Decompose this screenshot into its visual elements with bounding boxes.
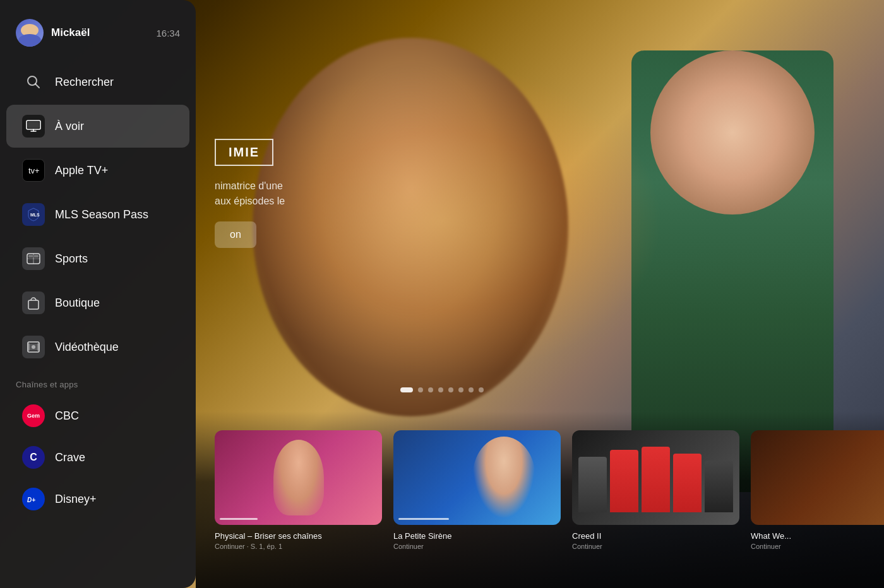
mls-icon: MLS xyxy=(22,203,45,226)
card-subtitle-creed: Continuer xyxy=(572,543,739,550)
user-header: Mickaël 16:34 xyxy=(0,13,196,59)
page-dot-4[interactable] xyxy=(438,387,443,392)
nav-label-library: Vidéothèque xyxy=(55,341,119,354)
nav-label-appletv: Apple TV+ xyxy=(55,164,108,177)
content-card-physical[interactable]: Physical – Briser ses chaînes Continuer … xyxy=(215,430,382,550)
cbc-logo: Gem xyxy=(22,404,45,427)
channel-item-disney[interactable]: D+ Disney+ xyxy=(6,479,189,519)
nav-label-watch: À voir xyxy=(55,120,84,133)
hero-badge: IMIE xyxy=(215,139,273,166)
content-card-creed[interactable]: Creed II Continuer xyxy=(572,430,739,550)
page-dot-5[interactable] xyxy=(448,387,453,392)
content-cards-row: Physical – Briser ses chaînes Continuer … xyxy=(215,430,865,550)
hero-text-overlay: IMIE nimatrice d'une aux épisodes le on xyxy=(215,139,285,248)
nav-item-sports[interactable]: Sports xyxy=(6,237,189,280)
creed-figure-2 xyxy=(610,450,638,512)
page-dot-8[interactable] xyxy=(479,387,484,392)
card-title-what-we: What We... xyxy=(751,531,884,541)
svg-line-1 xyxy=(35,84,39,88)
card-subtitle-physical: Continuer · S. 1, ép. 1 xyxy=(215,543,382,550)
sidebar: Mickaël 16:34 Rechercher À voir tv+ xyxy=(0,0,196,588)
page-dot-1[interactable] xyxy=(400,387,413,392)
card-title-physical: Physical – Briser ses chaînes xyxy=(215,531,382,541)
svg-rect-17 xyxy=(37,343,39,351)
crave-logo: C xyxy=(22,446,45,469)
user-time: 16:34 xyxy=(156,28,180,38)
disney-logo: D+ xyxy=(22,488,45,510)
creed-figure-4 xyxy=(673,454,702,513)
nav-item-mls[interactable]: MLS MLS Season Pass xyxy=(6,193,189,236)
svg-text:D+: D+ xyxy=(27,497,35,503)
store-icon xyxy=(22,291,45,314)
card-thumbnail-petite-sirene xyxy=(393,430,561,525)
hero-glow xyxy=(221,63,663,379)
content-card-what-we[interactable]: What We... Continuer xyxy=(751,430,884,550)
page-dot-7[interactable] xyxy=(469,387,474,392)
card-title-petite-sirene: La Petite Sirène xyxy=(393,531,561,541)
card-title-creed: Creed II xyxy=(572,531,739,541)
nav-item-appletv[interactable]: tv+ Apple TV+ xyxy=(6,149,189,192)
svg-rect-16 xyxy=(28,343,30,351)
svg-point-18 xyxy=(32,345,35,349)
channel-name-cbc: CBC xyxy=(55,409,79,423)
card-thumbnail-physical xyxy=(215,430,382,525)
channel-name-disney: Disney+ xyxy=(55,493,97,506)
nav-label-search: Rechercher xyxy=(55,76,114,89)
svg-rect-9 xyxy=(28,255,33,257)
hero-description: nimatrice d'une aux épisodes le xyxy=(215,179,285,209)
svg-rect-10 xyxy=(34,255,39,257)
channel-name-crave: Crave xyxy=(55,451,85,464)
nav-item-search[interactable]: Rechercher xyxy=(6,61,189,103)
page-indicators xyxy=(400,387,484,392)
svg-rect-13 xyxy=(28,300,39,309)
channel-item-cbc[interactable]: Gem CBC xyxy=(6,396,189,436)
nav-label-store: Boutique xyxy=(55,297,100,310)
physical-person-figure xyxy=(273,440,324,515)
card-thumbnail-creed xyxy=(572,430,739,525)
card-thumbnail-what-we xyxy=(751,430,884,525)
user-name: Mickaël xyxy=(51,26,90,39)
page-dot-6[interactable] xyxy=(458,387,463,392)
channels-section-label: Chaînes et apps xyxy=(0,370,196,394)
mermaid-figure xyxy=(472,437,535,519)
page-dot-2[interactable] xyxy=(418,387,423,392)
creed-figure-5 xyxy=(705,461,733,513)
card-subtitle-petite-sirene: Continuer xyxy=(393,543,561,550)
avatar-body xyxy=(18,34,41,47)
watch-icon xyxy=(22,115,45,138)
library-icon xyxy=(22,336,45,358)
nav-item-watch[interactable]: À voir xyxy=(6,105,189,148)
nav-item-library[interactable]: Vidéothèque xyxy=(6,326,189,368)
card-subtitle-what-we: Continuer xyxy=(751,543,884,550)
svg-rect-3 xyxy=(28,122,39,128)
creed-figure-1 xyxy=(578,457,607,512)
hero-cta-button[interactable]: on xyxy=(215,221,256,248)
creed-figures xyxy=(578,443,733,512)
appletv-icon: tv+ xyxy=(22,159,45,182)
nav-item-store[interactable]: Boutique xyxy=(6,281,189,324)
search-icon xyxy=(22,71,45,93)
svg-text:MLS: MLS xyxy=(30,213,40,217)
avatar[interactable] xyxy=(16,19,44,47)
nav-label-sports: Sports xyxy=(55,252,88,266)
svg-text:tv+: tv+ xyxy=(28,166,40,175)
user-info: Mickaël xyxy=(16,19,90,47)
page-dot-3[interactable] xyxy=(428,387,433,392)
nav-label-mls: MLS Season Pass xyxy=(55,208,148,221)
content-card-petite-sirene[interactable]: La Petite Sirène Continuer xyxy=(393,430,561,550)
sports-icon xyxy=(22,247,45,270)
creed-figure-3 xyxy=(642,447,670,513)
bottom-content-strip: Physical – Briser ses chaînes Continuer … xyxy=(196,411,884,588)
channel-item-crave[interactable]: C Crave xyxy=(6,437,189,478)
